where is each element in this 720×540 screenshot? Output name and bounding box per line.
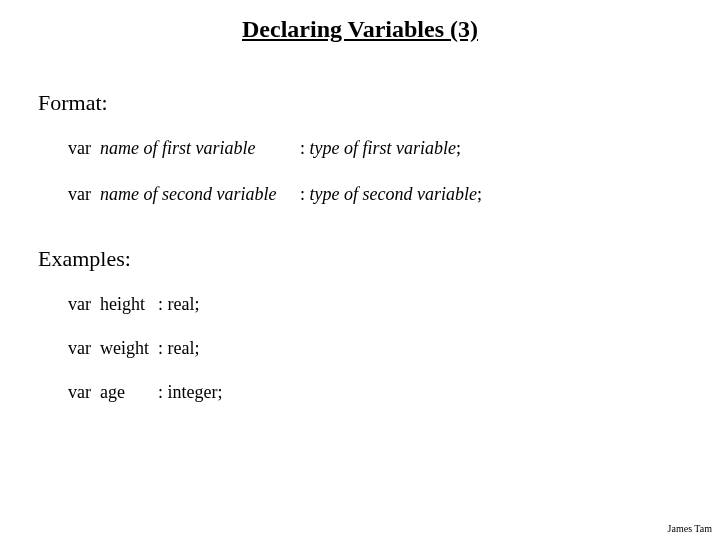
placeholder-type: type of first variable — [310, 138, 456, 158]
colon-separator: : — [158, 382, 168, 402]
keyword-var: var — [68, 184, 100, 205]
var-name: height — [100, 294, 158, 315]
keyword-var: var — [68, 294, 100, 315]
colon-separator: : — [158, 338, 168, 358]
format-line-2: varname of second variable: type of seco… — [68, 184, 482, 205]
placeholder-name: name of first variable — [100, 138, 300, 159]
var-name: age — [100, 382, 158, 403]
placeholder-type: type of second variable — [310, 184, 477, 204]
format-heading: Format: — [38, 90, 108, 116]
var-name: weight — [100, 338, 158, 359]
keyword-var: var — [68, 382, 100, 403]
terminator: ; — [456, 138, 461, 158]
var-type: real; — [168, 294, 200, 314]
slide-title: Declaring Variables (3) — [0, 16, 720, 43]
format-line-1: varname of first variable: type of first… — [68, 138, 461, 159]
keyword-var: var — [68, 138, 100, 159]
example-line-1: varheight: real; — [68, 294, 200, 315]
var-type: integer; — [168, 382, 223, 402]
colon-separator: : — [300, 184, 310, 204]
footer-author: James Tam — [668, 523, 712, 534]
example-line-2: varweight: real; — [68, 338, 200, 359]
keyword-var: var — [68, 338, 100, 359]
terminator: ; — [477, 184, 482, 204]
var-type: real; — [168, 338, 200, 358]
example-line-3: varage: integer; — [68, 382, 223, 403]
colon-separator: : — [158, 294, 168, 314]
colon-separator: : — [300, 138, 310, 158]
examples-heading: Examples: — [38, 246, 131, 272]
slide: Declaring Variables (3) Format: varname … — [0, 0, 720, 540]
placeholder-name: name of second variable — [100, 184, 300, 205]
